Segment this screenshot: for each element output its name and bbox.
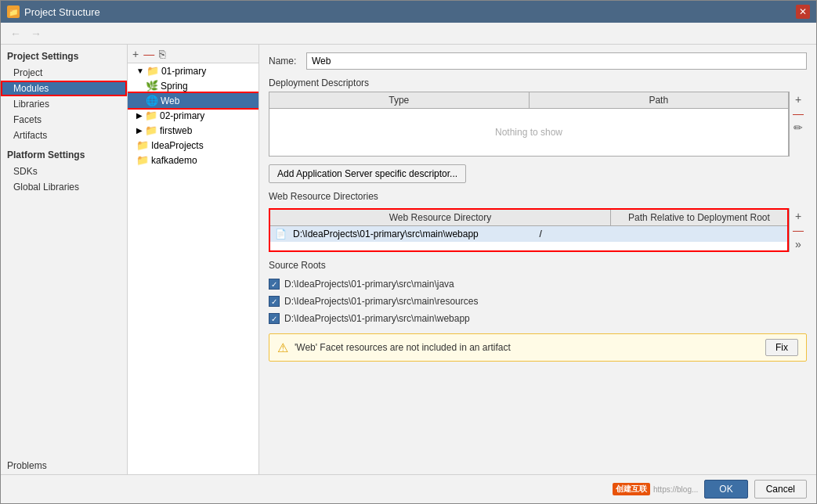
expand-icon-fw: ▶ — [136, 126, 143, 135]
source-root-item-0: ✓ D:\IdeaProjects\01-primary\src\main\ja… — [269, 277, 807, 291]
project-settings-header: Project Settings — [1, 45, 127, 65]
app-icon: 📁 — [7, 5, 20, 18]
source-roots-section: Source Roots ✓ D:\IdeaProjects\01-primar… — [269, 260, 807, 326]
wr-row-dir: D:\IdeaProjects\01-primary\src\main\weba… — [290, 229, 537, 239]
sidebar-item-global-libraries[interactable]: Global Libraries — [1, 179, 127, 195]
bottom-bar: 创建互联 https://blog... OK Cancel — [1, 474, 816, 503]
sidebar-item-modules[interactable]: Modules — [1, 81, 127, 96]
platform-settings-header: Platform Settings — [1, 143, 127, 164]
source-root-checkbox-0[interactable]: ✓ — [269, 279, 280, 290]
warning-icon: ⚠ — [277, 340, 288, 355]
wr-table: Web Resource Directory Path Relative to … — [269, 208, 789, 252]
detail-panel: Name: Deployment Descriptors Type Path N… — [259, 45, 816, 474]
expand-icon-02: ▶ — [136, 111, 143, 120]
folder-icon-fw: 📁 — [145, 124, 157, 136]
logo-icon: 创建互联 — [613, 483, 650, 495]
deployment-descriptors-section: Deployment Descriptors Type Path Nothing… — [269, 77, 807, 183]
tree-node-02primary[interactable]: ▶ 📁 02-primary — [128, 108, 258, 123]
tree-node-01primary[interactable]: ▼ 📁 01-primary — [128, 63, 258, 78]
web-resource-section: Web Resource Directories Web Resource Di… — [269, 191, 807, 252]
deployment-descriptors-label: Deployment Descriptors — [269, 77, 807, 88]
dd-col-path: Path — [530, 92, 789, 108]
tree-node-web[interactable]: 🌐 Web — [128, 93, 258, 108]
tree-node-kafkademo[interactable]: 📁 kafkademo — [128, 153, 258, 167]
tree-remove-button[interactable]: — — [142, 48, 156, 60]
sidebar: Project Settings Project Modules Librari… — [1, 45, 128, 474]
wr-more-btn[interactable]: » — [791, 238, 805, 250]
logo-area: 创建互联 https://blog... — [613, 483, 698, 495]
title-bar: 📁 Project Structure ✕ — [1, 1, 816, 23]
sidebar-item-sdks[interactable]: SDKs — [1, 164, 127, 179]
sidebar-item-problems[interactable]: Problems — [1, 454, 127, 474]
source-root-item-2: ✓ D:\IdeaProjects\01-primary\src\main\we… — [269, 311, 807, 326]
main-content: Project Settings Project Modules Librari… — [1, 45, 816, 474]
tree-node-spring[interactable]: 🌿 Spring — [128, 78, 258, 93]
wr-add-btn[interactable]: + — [791, 210, 805, 222]
expand-icon: ▼ — [136, 67, 144, 75]
sidebar-item-project[interactable]: Project — [1, 65, 127, 81]
wr-row-icon: 📄 — [275, 229, 287, 239]
web-icon: 🌐 — [146, 95, 158, 106]
dd-empty: Nothing to show — [269, 109, 788, 156]
source-root-path-1: D:\IdeaProjects\01-primary\src\main\reso… — [284, 296, 478, 307]
forward-button[interactable]: → — [27, 26, 45, 41]
name-row: Name: — [269, 52, 807, 70]
project-structure-window: 📁 Project Structure ✕ ← → Project Settin… — [0, 0, 817, 504]
tree-node-firstweb[interactable]: ▶ 📁 firstweb — [128, 123, 258, 138]
dd-col-type: Type — [269, 92, 530, 108]
name-label: Name: — [269, 56, 300, 67]
tree-copy-button[interactable]: ⎘ — [157, 48, 167, 60]
wr-remove-btn[interactable]: — — [791, 224, 805, 236]
source-root-item-1: ✓ D:\IdeaProjects\01-primary\src\main\re… — [269, 294, 807, 308]
dd-table-container: Type Path Nothing to show + — ✏ — [269, 92, 807, 157]
module-tree: + — ⎘ ▼ 📁 01-primary 🌿 Spring 🌐 Web — [128, 45, 259, 474]
dd-table: Type Path Nothing to show — [269, 92, 789, 157]
dd-remove-btn[interactable]: — — [791, 107, 805, 120]
wr-row-path: / — [537, 229, 783, 239]
source-root-path-0: D:\IdeaProjects\01-primary\src\main\java — [284, 279, 454, 290]
close-button[interactable]: ✕ — [796, 5, 810, 19]
dd-table-header: Type Path — [269, 92, 788, 109]
tree-toolbar: + — ⎘ — [128, 45, 258, 63]
warning-text: 'Web' Facet resources are not included i… — [295, 342, 759, 353]
ok-button[interactable]: OK — [704, 480, 747, 499]
name-input[interactable] — [306, 52, 807, 70]
folder-icon-02: 📁 — [145, 110, 157, 121]
sidebar-item-artifacts[interactable]: Artifacts — [1, 128, 127, 143]
main-toolbar: ← → — [1, 23, 816, 45]
wr-table-container: Web Resource Directory Path Relative to … — [269, 208, 807, 252]
wr-col-path: Path Relative to Deployment Root — [611, 210, 787, 225]
title-bar-left: 📁 Project Structure — [7, 5, 100, 18]
web-resource-label: Web Resource Directories — [269, 191, 807, 202]
folder-icon-kd: 📁 — [136, 154, 149, 166]
source-roots-label: Source Roots — [269, 260, 807, 271]
sidebar-item-libraries[interactable]: Libraries — [1, 96, 127, 112]
back-button[interactable]: ← — [7, 26, 24, 41]
source-root-path-2: D:\IdeaProjects\01-primary\src\main\weba… — [284, 313, 470, 324]
wr-col-dir: Web Resource Directory — [270, 210, 611, 225]
spring-icon: 🌿 — [146, 80, 158, 92]
wr-side-buttons: + — » — [789, 208, 807, 252]
watermark: https://blog... — [653, 485, 698, 494]
tree-node-ideaprojects[interactable]: 📁 IdeaProjects — [128, 138, 258, 153]
wr-table-header: Web Resource Directory Path Relative to … — [270, 210, 787, 226]
warning-bar: ⚠ 'Web' Facet resources are not included… — [269, 333, 807, 362]
dd-side-buttons: + — ✏ — [789, 92, 807, 157]
bottom-right: 创建互联 https://blog... OK Cancel — [613, 480, 807, 499]
add-server-btn[interactable]: Add Application Server specific descript… — [269, 164, 466, 183]
fix-button[interactable]: Fix — [765, 339, 798, 356]
dd-edit-btn[interactable]: ✏ — [791, 121, 805, 134]
source-root-checkbox-1[interactable]: ✓ — [269, 296, 280, 307]
sidebar-item-facets[interactable]: Facets — [1, 112, 127, 128]
folder-icon-ip: 📁 — [136, 139, 149, 151]
tree-add-button[interactable]: + — [131, 48, 140, 60]
cancel-button[interactable]: Cancel — [754, 480, 807, 499]
wr-table-row[interactable]: 📄 D:\IdeaProjects\01-primary\src\main\we… — [270, 226, 787, 242]
source-root-checkbox-2[interactable]: ✓ — [269, 313, 280, 324]
dd-add-btn[interactable]: + — [791, 93, 805, 106]
folder-icon: 📁 — [146, 65, 159, 77]
window-title: Project Structure — [24, 6, 100, 18]
